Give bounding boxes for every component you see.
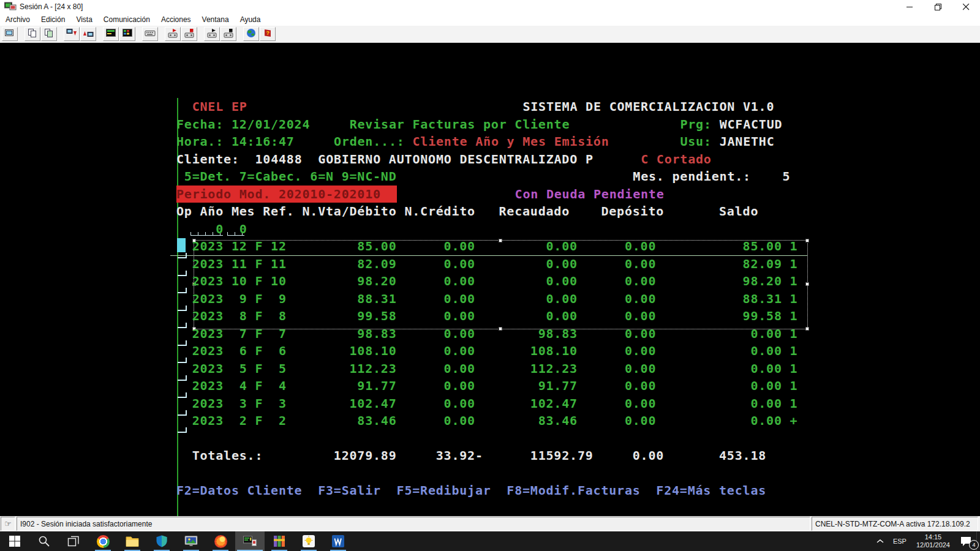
taskbar-task-view-button[interactable] [59,531,88,551]
taskbar-irfanview-button[interactable] [176,531,206,551]
terminal-text: Cliente Año y Mes Emisión [413,133,609,151]
toolbar-color-map-button[interactable] [119,27,135,41]
terminal-session-icon [243,534,257,548]
toolbar-send-file-button[interactable] [64,27,80,41]
toolbar-receive-file-button[interactable] [80,27,96,41]
new-session-icon [4,28,15,40]
terminal-text: Prg: [680,116,711,133]
menu-comunicacion[interactable]: Comunicación [98,15,156,24]
op-field-mark[interactable] [178,392,187,398]
terminal-text: 5 [782,168,790,186]
firefox-icon [214,535,227,548]
menu-archivo[interactable]: Archivo [0,15,36,24]
keyboard-map-icon [145,28,156,40]
op-field-mark[interactable] [178,305,187,311]
selection-handle[interactable] [805,282,809,286]
terminal-text: 0 [216,220,224,238]
paste-icon [44,28,54,40]
record-macro-icon [168,28,178,40]
start-icon [8,534,21,548]
terminal-text: C Cortado [641,151,712,168]
selection-handle[interactable] [805,327,809,331]
toolbar-paste-button[interactable] [41,27,57,41]
function-keys: F2=Datos Cliente F3=Salir F5=Redibujar F… [176,482,766,500]
chrome-icon [97,535,110,548]
winrar-icon [272,534,287,548]
taskbar-file-explorer-button[interactable] [118,531,147,551]
op-field-mark[interactable] [178,271,187,276]
status-message-field: I902 - Sesión iniciada satisfactoriament… [17,517,810,531]
toolbar-new-session-button[interactable] [2,27,18,41]
taskbar-lightbulb-app-button[interactable] [294,531,323,551]
tray-chevron-icon[interactable] [872,531,889,551]
taskbar-word-button[interactable] [323,531,353,551]
invoice-row: 2023 7 F 7 98.83 0.00 98.83 0.00 0.00 1 [176,325,797,343]
op-field-mark[interactable] [178,323,187,328]
word-icon [331,534,345,548]
tray-clock[interactable]: 14:15 12/01/2024 [911,531,956,551]
taskbar-chrome-button[interactable] [88,531,118,551]
terminal-text: Revisar Facturas por Cliente [350,116,570,133]
menu-ventana[interactable]: Ventana [197,15,235,24]
invoice-row: 2023 3 F 3 102.47 0.00 102.47 0.00 0.00 … [176,395,797,413]
toolbar-help-button[interactable]: ? [260,27,276,41]
toolbar-stop-record-button[interactable] [181,27,197,41]
selection-handle[interactable] [805,239,809,242]
op-field-mark[interactable] [178,410,187,416]
op-field-mark[interactable] [178,340,187,346]
tray-date: 12/01/2024 [916,541,950,549]
op-field-mark[interactable] [178,288,187,293]
op-field-mark[interactable] [178,427,187,433]
close-button[interactable] [952,0,980,13]
minimize-button[interactable] [895,0,924,13]
terminal-text: Cliente: [176,151,239,168]
notification-badge: 4 [969,540,979,550]
menu-edicion[interactable]: Edición [36,15,70,24]
terminal-text: Periodo Mod. 202010-202010 [176,186,397,203]
toolbar-copy-button[interactable] [24,27,40,41]
toolbar: ? [0,26,980,43]
terminal-text: Orden...: [334,133,405,151]
toolbar-stop-macro-button[interactable] [221,27,236,41]
menu-acciones[interactable]: Acciones [156,15,197,24]
taskbar-terminal-session-button[interactable] [235,531,265,551]
toolbar-web-button[interactable] [243,27,259,41]
toolbar-play-macro-button[interactable] [204,27,220,41]
invoice-row: 2023 6 F 6 108.10 0.00 108.10 0.00 0.00 … [176,342,797,360]
invoice-row: 2023 5 F 5 112.23 0.00 112.23 0.00 0.00 … [176,360,797,378]
taskbar-firefox-button[interactable] [206,531,235,551]
taskbar-start-button[interactable] [0,531,29,551]
op-field-mark[interactable] [178,253,187,258]
taskbar-defender-button[interactable] [147,531,176,551]
menu-vista[interactable]: Vista [70,15,97,24]
receive-file-icon [83,28,94,40]
menu-ayuda[interactable]: Ayuda [235,15,266,24]
terminal-screen[interactable]: MA a MW 09/002 CNEL EPSISTEMA DE COMERCI… [0,43,980,516]
op-field-mark[interactable] [178,375,187,381]
display-setup-icon [105,28,116,40]
taskbar-search-button[interactable] [29,531,59,551]
terminal-text: Mes. pendient.: [633,168,751,186]
terminal-text: 104488 [255,151,303,168]
toolbar-record-macro-button[interactable] [165,27,181,41]
terminal-text: CNEL EP [192,98,247,116]
invoice-row: 2023 10 F 10 98.20 0.00 0.00 0.00 98.20 … [176,272,797,290]
op-field-mark[interactable] [178,358,187,363]
toolbar-display-setup-button[interactable] [103,27,119,41]
taskbar-winrar-button[interactable] [265,531,294,551]
terminal-text: GOBIERNO AUTONOMO DESCENTRALIZADO P [318,151,593,168]
tray-time: 14:15 [925,533,942,541]
terminal-text: Fecha: 12/01/2024 [176,116,310,133]
title-bar: Sesión A - [24 x 80] [0,0,980,13]
invoice-row: 2023 11 F 11 82.09 0.00 0.00 0.00 82.09 … [176,255,797,273]
tray-language-indicator[interactable]: ESP [889,531,911,551]
window-title: Sesión A - [24 x 80] [20,2,83,11]
send-file-icon [66,28,77,40]
notification-center-button[interactable]: 4 [956,531,976,551]
lightbulb-app-icon [302,534,315,548]
web-icon [246,28,256,40]
toolbar-keyboard-map-button[interactable] [142,27,158,41]
copy-icon [28,28,37,40]
restore-button[interactable] [924,0,952,13]
terminal-text: Hora.: 14:16:47 [176,133,295,151]
